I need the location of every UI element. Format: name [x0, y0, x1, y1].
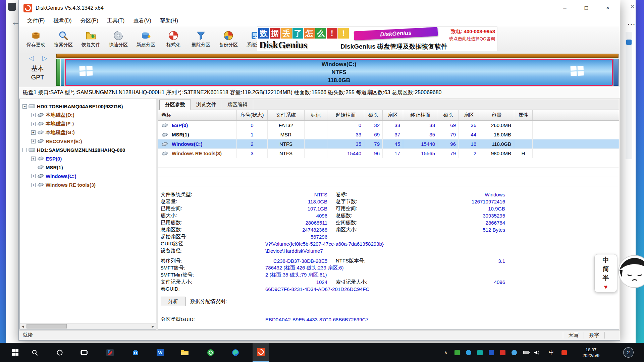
- cortana-button[interactable]: [51, 343, 68, 362]
- browser-close-icon[interactable]: ×: [631, 3, 635, 10]
- tab-sector-edit[interactable]: 扇区编辑: [222, 100, 253, 110]
- battery-icon[interactable]: [522, 343, 530, 362]
- tray-icon-3[interactable]: [477, 343, 483, 362]
- tree-item-hd1[interactable]: − HD1:SAMSUNGMZNLN128HAHQ-000: [20, 145, 156, 154]
- menu-file[interactable]: 文件(F): [23, 16, 49, 26]
- collapse-toggle-icon[interactable]: −: [22, 104, 27, 109]
- ad-contact[interactable]: 致电: 400-008-9958 或点击此处选择QQ咨询: [449, 28, 495, 42]
- tree-item-local-d[interactable]: + 本地磁盘(D:): [20, 111, 156, 119]
- tray-icon-4[interactable]: [489, 343, 494, 362]
- browser-scrollbar-thumb[interactable]: [626, 40, 632, 45]
- word-button[interactable]: W: [152, 343, 169, 362]
- browser-more-icon[interactable]: ⋯: [627, 19, 635, 29]
- scrollbar-thumb[interactable]: [26, 324, 67, 328]
- store-button[interactable]: [127, 343, 144, 362]
- tree-item-local-f[interactable]: + 本地磁盘(F:): [20, 119, 156, 128]
- expand-toggle-icon[interactable]: +: [31, 157, 36, 161]
- menu-disk[interactable]: 磁盘(D): [49, 16, 76, 26]
- col-filesystem[interactable]: 文件系统: [268, 110, 305, 120]
- collapse-toggle-icon[interactable]: −: [22, 148, 27, 152]
- menu-help[interactable]: 帮助(H): [156, 16, 182, 26]
- expand-toggle-icon[interactable]: +: [31, 174, 36, 178]
- tray-icon-1[interactable]: [454, 343, 460, 362]
- table-row-windows-re[interactable]: Windows RE tools(3) 3 NTFS 15440 96 17 1…: [158, 149, 619, 158]
- tray-expand-icon[interactable]: ∧: [440, 343, 451, 362]
- tree-item-windows-re[interactable]: + Windows RE tools(3): [20, 180, 156, 189]
- menu-partition[interactable]: 分区(P): [76, 16, 103, 26]
- tray-icon-6[interactable]: [512, 343, 517, 362]
- col-end-cyl[interactable]: 终止柱面: [403, 110, 438, 120]
- expand-toggle-icon[interactable]: +: [31, 113, 36, 117]
- partition-block-re-tools[interactable]: [613, 59, 619, 86]
- notification-badge[interactable]: 2: [623, 347, 634, 358]
- task-view-button[interactable]: [76, 343, 93, 362]
- heart-icon[interactable]: ♥: [604, 283, 608, 291]
- tray-icon-5[interactable]: [500, 343, 505, 362]
- show-desktop-divider[interactable]: [642, 346, 642, 359]
- table-row-esp[interactable]: ESP(0) 0 FAT32 0 32 33 33 69 36 260.0MB: [158, 121, 619, 130]
- maximize-button[interactable]: □: [576, 0, 597, 15]
- disk-nav-arrows-icon[interactable]: ◁ ▷: [29, 54, 51, 62]
- col-start-head[interactable]: 磁头: [364, 110, 383, 120]
- green-browser-button[interactable]: [202, 343, 219, 362]
- partition-block-esp[interactable]: [56, 59, 60, 86]
- expand-toggle-icon[interactable]: +: [31, 130, 36, 135]
- tree-item-windows-c[interactable]: + Windows(C:): [20, 172, 156, 180]
- scroll-left-icon[interactable]: ◀: [20, 323, 26, 329]
- tree-item-msr[interactable]: MSR(1): [20, 163, 156, 172]
- browser-scrollbar[interactable]: [626, 32, 632, 159]
- delete-partition-button[interactable]: 删除分区: [187, 26, 215, 51]
- tab-partition-params[interactable]: 分区参数: [159, 100, 191, 110]
- clock[interactable]: 18:37 2022/5/9: [576, 343, 606, 362]
- analyze-button[interactable]: 分析: [161, 297, 185, 306]
- quick-partition-button[interactable]: 快速分区: [105, 26, 132, 51]
- col-end-sector[interactable]: 扇区: [459, 110, 479, 120]
- col-end-head[interactable]: 磁头: [438, 110, 459, 120]
- pinned-app-button-1[interactable]: [102, 343, 118, 362]
- col-attr[interactable]: 属性: [514, 110, 533, 120]
- ad-qq-link[interactable]: 或点击此处选择QQ咨询: [449, 36, 495, 42]
- backup-partition-button[interactable]: 备份分区: [215, 26, 242, 51]
- disk-capacity-strip[interactable]: [56, 54, 619, 58]
- col-index[interactable]: 序号(状态): [237, 110, 268, 120]
- new-partition-button[interactable]: 新建分区: [132, 26, 160, 51]
- table-row-msr[interactable]: MSR(1) 1 MSR 33 69 37 35 79 44 16.0MB: [158, 130, 619, 139]
- expand-toggle-icon[interactable]: +: [31, 122, 36, 126]
- edge-button[interactable]: [227, 343, 244, 362]
- expand-toggle-icon[interactable]: +: [31, 183, 36, 187]
- ime-halfwidth[interactable]: 半: [603, 274, 609, 283]
- tray-icon-2[interactable]: [466, 343, 471, 362]
- partition-block-msr[interactable]: [61, 59, 64, 86]
- tree-item-recovery-e[interactable]: + RECOVERY(E:): [20, 137, 156, 145]
- recover-files-button[interactable]: 恢复文件: [77, 26, 105, 51]
- search-button[interactable]: [26, 343, 43, 362]
- ad-banner[interactable]: 数 据 丢 了 怎 么 ！ ！ DiskGenius DiskGenius Di…: [257, 26, 497, 51]
- background-tab-icon[interactable]: [8, 3, 16, 11]
- search-partition-button[interactable]: 搜索分区: [50, 26, 77, 51]
- input-method-toolbar[interactable]: 中 简 半 ♥: [594, 254, 617, 292]
- scroll-right-icon[interactable]: ▶: [150, 323, 156, 329]
- file-explorer-button[interactable]: [176, 343, 193, 362]
- start-button[interactable]: [7, 343, 23, 362]
- table-row-windows-c[interactable]: Windows(C:) 2 NTFS 35 79 45 15440 96 16 …: [158, 139, 619, 149]
- ime-mode-chinese[interactable]: 中: [603, 256, 609, 264]
- col-start-sector[interactable]: 扇区: [383, 110, 403, 120]
- tree-item-esp[interactable]: + ESP(0): [20, 154, 156, 163]
- menu-tools[interactable]: 工具(T): [103, 16, 129, 26]
- save-changes-button[interactable]: 保存更改: [22, 26, 50, 51]
- ime-simplified[interactable]: 简: [603, 265, 609, 274]
- format-button[interactable]: 格式化: [160, 26, 187, 51]
- expand-toggle-icon[interactable]: +: [31, 139, 36, 143]
- col-start-cyl[interactable]: 起始柱面: [327, 110, 364, 120]
- volume-icon[interactable]: [533, 343, 540, 362]
- tree-item-local-g[interactable]: + 本地磁盘(G:): [20, 128, 156, 137]
- cartoon-face-sticker[interactable]: [618, 255, 644, 288]
- close-button[interactable]: ×: [597, 0, 619, 15]
- diskgenius-taskbar-button[interactable]: [253, 343, 269, 362]
- col-volume[interactable]: 卷标: [158, 110, 237, 120]
- minimize-button[interactable]: –: [554, 0, 576, 15]
- col-capacity[interactable]: 容量: [479, 110, 514, 120]
- col-flag[interactable]: 标识: [305, 110, 327, 120]
- tab-browse-files[interactable]: 浏览文件: [191, 100, 222, 110]
- tree-horizontal-scrollbar[interactable]: ◀ ▶: [20, 323, 156, 329]
